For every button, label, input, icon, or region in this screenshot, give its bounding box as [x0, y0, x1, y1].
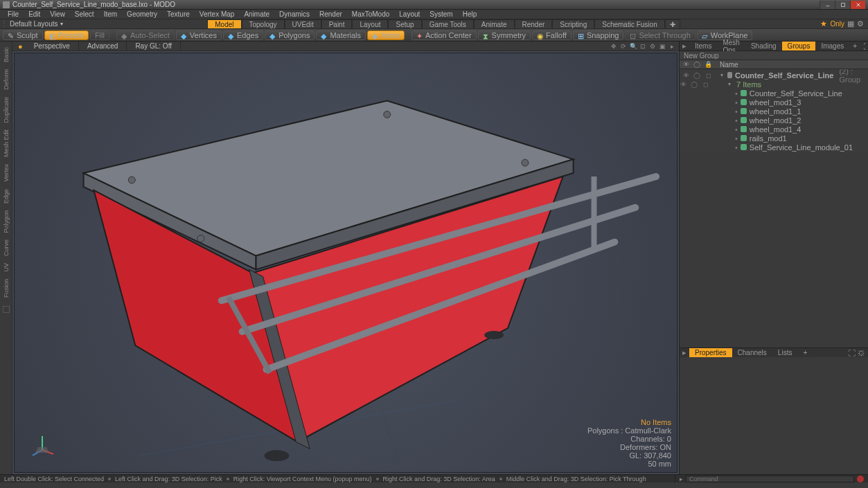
tab-animate[interactable]: Animate [474, 19, 515, 28]
axis-gizmo[interactable] [28, 431, 56, 458]
tab-channels[interactable]: Channels [732, 348, 772, 357]
menu-item[interactable]: Item [99, 10, 122, 18]
tab-add-bottom[interactable]: + [797, 348, 813, 357]
tree-root[interactable]: 👁◯◻ ▾ Counter_Self_Service_Line (2) : Gr… [680, 71, 868, 80]
viewport-tab-advanced[interactable]: Advanced [79, 42, 127, 51]
strip-duplicate[interactable]: Duplicate [3, 94, 10, 126]
menu-view[interactable]: View [45, 10, 70, 18]
strip-deform[interactable]: Deform [3, 66, 10, 93]
viewport-3d[interactable]: No Items Polygons : Catmull-Clark Channe… [14, 53, 677, 473]
menu-layout[interactable]: Layout [394, 10, 425, 18]
drag-handle-icon[interactable]: ⋮ [0, 19, 6, 28]
viewport-tab-raygl[interactable]: Ray GL: Off [127, 42, 181, 51]
vertices-button[interactable]: ◆Vertices [176, 30, 222, 40]
strip-edge[interactable]: Edge [3, 186, 10, 206]
tab-images[interactable]: Images [815, 42, 849, 51]
selectthrough-button[interactable]: ⊡Select Through [625, 30, 695, 40]
menu-help[interactable]: Help [458, 10, 482, 18]
lock-icon[interactable]: 🔒 [705, 61, 711, 68]
tab-model[interactable]: Model [207, 19, 241, 28]
row-solo-icon[interactable]: ◯ [693, 72, 700, 79]
tab-add-right[interactable]: + [849, 42, 860, 51]
tab-meshops[interactable]: Mesh Ops [717, 42, 745, 51]
menu-texture[interactable]: Texture [162, 10, 195, 18]
maximize-button[interactable] [835, 1, 850, 9]
edges-button[interactable]: ◆Edges [223, 30, 263, 40]
row-eye-icon[interactable]: 👁 [680, 81, 687, 88]
menu-file[interactable]: File [3, 10, 24, 18]
layout-grid-icon[interactable]: ▦ [847, 19, 854, 28]
tab-lists[interactable]: Lists [772, 348, 798, 357]
vp-gear-icon[interactable]: ⚙ [648, 42, 657, 51]
eye-icon[interactable]: 👁 [682, 61, 689, 68]
presets-button[interactable]: ◧Presets [44, 30, 89, 40]
star-icon[interactable]: ★ [820, 19, 827, 28]
menu-vertexmap[interactable]: Vertex Map [195, 10, 240, 18]
fill-button[interactable]: Fill [90, 30, 109, 40]
tab-properties[interactable]: Properties [689, 348, 732, 357]
autoselect-button[interactable]: ◆Auto-Select [116, 30, 175, 40]
vp-rotate-icon[interactable]: ⟳ [619, 42, 628, 51]
command-caret-icon[interactable]: ▸ [680, 476, 683, 482]
menu-edit[interactable]: Edit [24, 10, 45, 18]
rp-menu-icon[interactable]: ▸ [680, 42, 689, 51]
close-button[interactable] [850, 1, 865, 9]
actioncenter-button[interactable]: ✦Action Center [411, 30, 477, 40]
strip-uv[interactable]: UV [3, 260, 10, 275]
expand-lower-icon[interactable]: ⛶ ⚙ [845, 349, 868, 357]
row-lock-icon[interactable]: ◻ [705, 72, 711, 79]
caret-icon[interactable]: ▾ [728, 81, 734, 87]
row-lock-icon[interactable]: ◻ [702, 81, 709, 88]
polygons-button[interactable]: ◆Polygons [265, 30, 315, 40]
tree-item[interactable]: •Self_Service_Line_module_01 [680, 143, 868, 152]
expand-panel-icon[interactable]: ⛶ [860, 42, 868, 51]
tab-schematicfusion[interactable]: Schematic Fusion [594, 19, 664, 28]
strip-fusion[interactable]: Fusion [3, 276, 10, 300]
gear-icon[interactable]: ⚙ [857, 19, 864, 28]
tree-item[interactable]: •wheel_mod1_2 [680, 116, 868, 125]
row-eye-icon[interactable]: 👁 [682, 72, 689, 79]
tab-gametools[interactable]: Game Tools [422, 19, 474, 28]
only-label[interactable]: Only [830, 20, 844, 28]
strip-curve[interactable]: Curve [3, 237, 10, 259]
menu-render[interactable]: Render [315, 10, 347, 18]
tab-render[interactable]: Render [515, 19, 553, 28]
menu-dynamics[interactable]: Dynamics [274, 10, 315, 18]
snapping-button[interactable]: ⊞Snapping [573, 30, 624, 40]
menu-geometry[interactable]: Geometry [122, 10, 162, 18]
symmetry-button[interactable]: ⧗Symmetry [478, 30, 531, 40]
tab-shading[interactable]: Shading [745, 42, 782, 51]
command-input[interactable] [686, 476, 854, 482]
tab-scripting[interactable]: Scripting [552, 19, 594, 28]
tab-paint[interactable]: Paint [321, 19, 353, 28]
record-icon[interactable] [857, 476, 864, 482]
strip-polygon[interactable]: Polygon [3, 208, 10, 236]
tab-add[interactable]: ✚ [665, 19, 680, 28]
tree-item[interactable]: •wheel_mod1_3 [680, 98, 868, 107]
tree-item[interactable]: •wheel_mod1_4 [680, 125, 868, 134]
tab-layout[interactable]: Layout [352, 19, 388, 28]
items-button[interactable]: ◆Items [367, 30, 405, 40]
minimize-button[interactable] [820, 1, 835, 9]
tree-item[interactable]: •wheel_mod1_1 [680, 107, 868, 116]
tab-setup[interactable]: Setup [388, 19, 421, 28]
vp-zoom-icon[interactable]: 🔍 [629, 42, 637, 51]
tab-groups[interactable]: Groups [782, 42, 816, 51]
row-solo-icon[interactable]: ◯ [691, 81, 698, 88]
falloff-button[interactable]: ◉Falloff [532, 30, 572, 40]
rp-bottom-menu-icon[interactable]: ▸ [680, 348, 689, 357]
sculpt-button[interactable]: ✎Sculpt [3, 30, 43, 40]
caret-icon[interactable]: ▾ [720, 72, 725, 78]
strip-vertex[interactable]: Vertex [3, 161, 10, 185]
layouts-dropdown[interactable]: Default Layouts [6, 20, 67, 28]
menu-animate[interactable]: Animate [239, 10, 274, 18]
tab-items[interactable]: Items [689, 42, 717, 51]
vp-menu-icon[interactable]: ▸ [668, 42, 676, 51]
menu-select[interactable]: Select [70, 10, 99, 18]
strip-toggle[interactable] [3, 306, 10, 313]
materials-button[interactable]: ◆Materials [316, 30, 366, 40]
new-group-button[interactable]: New Group [680, 51, 868, 60]
tree-item[interactable]: •rails_mod1 [680, 134, 868, 143]
strip-meshedit[interactable]: Mesh Edit [3, 127, 10, 160]
menu-system[interactable]: System [425, 10, 457, 18]
